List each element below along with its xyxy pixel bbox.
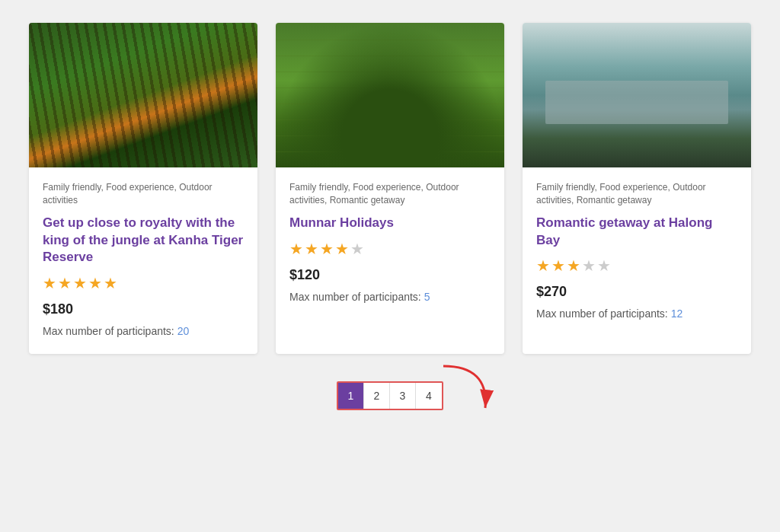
card-title-halong: Romantic getaway at Halong Bay — [536, 215, 737, 250]
star-4: ★ — [582, 256, 596, 275]
card-image-kanha — [29, 23, 257, 167]
page-btn-2[interactable]: 2 — [364, 383, 390, 409]
star-5: ★ — [597, 256, 611, 275]
star-rating: ★★★★★ — [43, 274, 244, 292]
star-1: ★ — [289, 240, 303, 258]
participants-value-halong: 12 — [671, 307, 683, 320]
card-participants-kanha: Max number of participants: 20 — [43, 325, 244, 337]
star-1: ★ — [43, 274, 56, 292]
star-2: ★ — [551, 256, 565, 275]
page-btn-3[interactable]: 3 — [390, 383, 416, 409]
pagination: 1234 — [337, 381, 443, 410]
arrow-icon — [428, 358, 504, 419]
card-tags-munnar: Family friendly, Food experience, Outdoo… — [289, 181, 491, 207]
page-btn-1[interactable]: 1 — [338, 383, 364, 409]
card-title-munnar: Munnar Holidays — [289, 215, 491, 232]
star-rating: ★★★★★ — [289, 240, 491, 258]
card-body-halong: Family friendly, Food experience, Outdoo… — [523, 167, 751, 336]
star-2: ★ — [58, 274, 72, 292]
card-image-halong — [523, 23, 751, 167]
card-title-kanha: Get up close to royalty with the king of… — [43, 215, 244, 267]
star-5: ★ — [350, 240, 364, 258]
card-participants-halong: Max number of participants: 12 — [536, 307, 737, 320]
card-participants-munnar: Max number of participants: 5 — [289, 291, 491, 303]
arrow-container — [428, 358, 504, 422]
participants-value-munnar: 5 — [424, 291, 430, 303]
star-1: ★ — [536, 256, 550, 275]
card-price-munnar: $120 — [289, 267, 491, 283]
pagination-wrapper: 1234 — [337, 381, 443, 410]
card-body-kanha: Family friendly, Food experience, Outdoo… — [29, 167, 257, 354]
card-halong: Family friendly, Food experience, Outdoo… — [523, 23, 751, 354]
card-tags-halong: Family friendly, Food experience, Outdoo… — [536, 181, 737, 207]
card-tags-kanha: Family friendly, Food experience, Outdoo… — [43, 181, 244, 207]
card-price-kanha: $180 — [43, 301, 244, 317]
star-4: ★ — [335, 240, 349, 258]
star-4: ★ — [88, 274, 102, 292]
card-kanha: Family friendly, Food experience, Outdoo… — [29, 23, 257, 354]
card-body-munnar: Family friendly, Food experience, Outdoo… — [276, 167, 504, 320]
star-3: ★ — [73, 274, 87, 292]
card-price-halong: $270 — [536, 284, 737, 300]
star-3: ★ — [567, 256, 580, 275]
card-image-munnar — [276, 23, 504, 167]
star-5: ★ — [104, 274, 117, 292]
star-3: ★ — [320, 240, 334, 258]
card-munnar: Family friendly, Food experience, Outdoo… — [276, 23, 504, 354]
participants-value-kanha: 20 — [177, 325, 190, 337]
cards-container: Family friendly, Food experience, Outdoo… — [17, 23, 763, 354]
star-rating: ★★★★★ — [536, 256, 737, 275]
star-2: ★ — [305, 240, 318, 258]
